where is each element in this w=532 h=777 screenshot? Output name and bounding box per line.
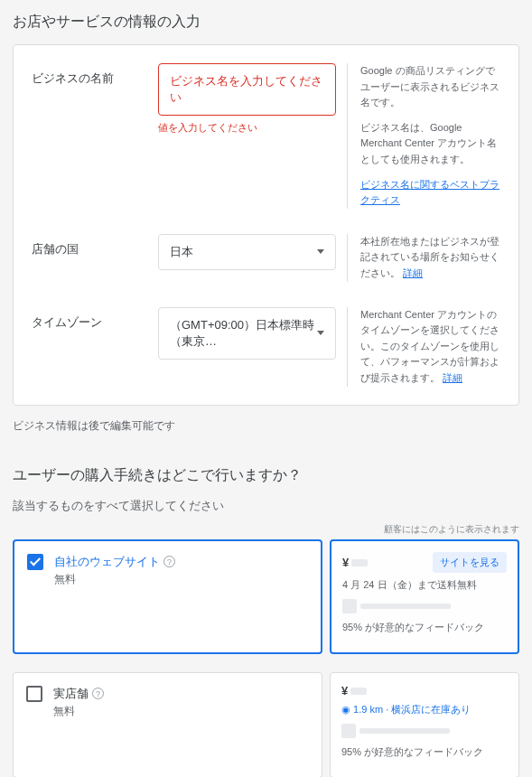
placeholder-bar [359, 728, 450, 734]
option-store-row: 実店舗 ? 無料 ¥ ◉ 1.9 km · 横浜店に在庫あり 95% [13, 672, 519, 778]
store-title: 実店舗 [53, 686, 89, 702]
field-timezone: タイムゾーン （GMT+09:00）日本標準時（東京… Merchant Cen… [32, 307, 500, 387]
option-store[interactable]: 実店舗 ? 無料 [13, 672, 322, 778]
business-name-label: ビジネスの名前 [32, 63, 158, 209]
shipping-line: 4 月 24 日（金）まで送料無料 [342, 578, 507, 592]
help-text-1: Google の商品リスティングでユーザーに表示されるビジネス名です。 [360, 63, 500, 111]
business-name-help-link[interactable]: ビジネス名に関するベストプラクティス [360, 179, 499, 206]
store-sub: 無料 [53, 704, 104, 719]
country-label: 店舗の国 [32, 234, 158, 282]
website-title-row: 自社のウェブサイト ? [54, 554, 175, 570]
yen-symbol: ¥ [341, 684, 348, 697]
placeholder-bar [360, 604, 451, 609]
timezone-select[interactable]: （GMT+09:00）日本標準時（東京… [158, 307, 336, 360]
feedback-line: 95% が好意的なフィードバック [342, 621, 507, 634]
timezone-help-text: Merchant Center アカウントのタイムゾーンを選択してください。この… [360, 309, 499, 383]
business-name-error: 値を入力してください [158, 121, 336, 135]
placeholder-bar [351, 559, 368, 566]
section1-note: ビジネス情報は後で編集可能です [13, 418, 519, 434]
chevron-down-icon [317, 331, 324, 335]
website-preview: ¥ サイトを見る 4 月 24 日（金）まで送料無料 95% が好意的なフィード… [330, 539, 519, 654]
section1-heading: お店やサービスの情報の入力 [13, 13, 519, 32]
timezone-help: Merchant Center アカウントのタイムゾーンを選択してください。この… [347, 307, 500, 387]
store-preview: ¥ ◉ 1.9 km · 横浜店に在庫あり 95% が好意的なフィードバック [330, 672, 519, 778]
website-title: 自社のウェブサイト [54, 554, 160, 570]
timezone-label: タイムゾーン [32, 307, 158, 387]
placeholder-bars [341, 724, 508, 738]
help-icon[interactable]: ? [92, 688, 104, 699]
feedback-line: 95% が好意的なフィードバック [341, 745, 508, 759]
country-select[interactable]: 日本 [158, 234, 336, 270]
country-help-link[interactable]: 詳細 [403, 267, 423, 278]
placeholder-square [342, 599, 357, 613]
field-country: 店舗の国 日本 本社所在地またはビジネスが登記されている場所をお知らせください。… [32, 234, 500, 282]
placeholder-square [341, 724, 356, 738]
store-checkbox[interactable] [26, 686, 42, 702]
option-website[interactable]: 自社のウェブサイト ? 無料 [13, 539, 322, 654]
business-name-input[interactable]: ビジネス名を入力してください [158, 63, 336, 116]
help-text-2: ビジネス名は、Google Merchant Center アカウント名としても… [360, 120, 500, 168]
timezone-value: （GMT+09:00）日本標準時（東京… [170, 317, 317, 350]
help-icon[interactable]: ? [163, 556, 175, 567]
business-info-card: ビジネスの名前 ビジネス名を入力してください 値を入力してください Google… [13, 44, 519, 406]
country-help-text: 本社所在地またはビジネスが登記されている場所をお知らせください。 [360, 236, 499, 278]
section2-subtitle: 該当するものをすべて選択してください [13, 498, 519, 514]
field-business-name: ビジネスの名前 ビジネス名を入力してください 値を入力してください Google… [32, 63, 500, 209]
timezone-help-link[interactable]: 詳細 [443, 372, 462, 383]
view-site-button[interactable]: サイトを見る [433, 552, 507, 573]
country-value: 日本 [170, 244, 193, 260]
country-help: 本社所在地またはビジネスが登記されている場所をお知らせください。 詳細 [347, 234, 500, 282]
business-name-help: Google の商品リスティングでユーザーに表示されるビジネス名です。 ビジネス… [347, 63, 500, 209]
store-title-row: 実店舗 ? [53, 686, 104, 702]
pin-icon: ◉ [341, 704, 350, 715]
section2-heading: ユーザーの購入手続きはどこで行いますか？ [13, 466, 519, 485]
yen-symbol: ¥ [342, 556, 349, 569]
location-line: ◉ 1.9 km · 横浜店に在庫あり [341, 703, 508, 716]
section2-right-note: 顧客にはこのように表示されます [13, 523, 519, 536]
website-checkbox[interactable] [27, 554, 43, 570]
placeholder-bars [342, 599, 507, 613]
location-text: 1.9 km · 横浜店に在庫あり [353, 704, 471, 715]
chevron-down-icon [317, 249, 324, 254]
option-website-row: 自社のウェブサイト ? 無料 ¥ サイトを見る 4 月 24 日（金）まで送料無… [13, 539, 519, 654]
placeholder-bar [350, 688, 367, 695]
website-sub: 無料 [54, 572, 175, 587]
